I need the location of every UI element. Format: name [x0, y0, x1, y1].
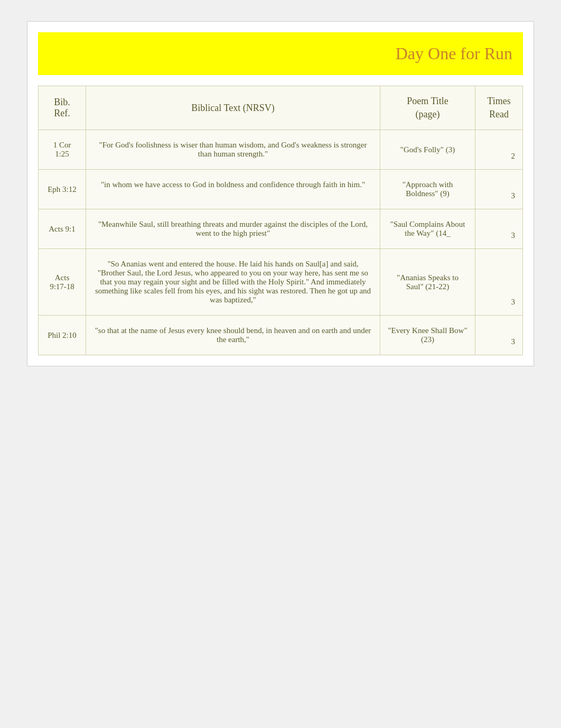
cell-biblical-text: "in whom we have access to God in boldne… — [86, 170, 380, 209]
table-header-row: Bib. Ref. Biblical Text (NRSV) Poem Titl… — [39, 86, 523, 130]
cell-biblical-text: "so that at the name of Jesus every knee… — [86, 316, 380, 355]
table-row: Eph 3:12"in whom we have access to God i… — [39, 170, 523, 209]
header-bar: Day One for Run — [38, 32, 523, 75]
col-header-bib: Bib. Ref. — [39, 86, 86, 130]
cell-bib-ref: 1 Cor 1:25 — [39, 130, 86, 170]
col-header-poem: Poem Title (page) — [380, 86, 475, 130]
cell-times-read: 3 — [475, 209, 523, 249]
cell-bib-ref: Acts 9:1 — [39, 209, 86, 249]
cell-poem-title: "Approach with Boldness" (9) — [380, 170, 475, 209]
cell-poem-title: "Saul Complains About the Way" (14_ — [380, 209, 475, 249]
cell-bib-ref: Phil 2:10 — [39, 316, 86, 355]
cell-times-read: 3 — [475, 170, 523, 209]
cell-poem-title: "Every Knee Shall Bow" (23) — [380, 316, 475, 355]
table-row: 1 Cor 1:25"For God's foolishness is wise… — [39, 130, 523, 170]
cell-times-read: 3 — [475, 316, 523, 355]
col-header-text: Biblical Text (NRSV) — [86, 86, 380, 130]
cell-poem-title: "Ananias Speaks to Saul" (21-22) — [380, 249, 475, 316]
cell-poem-title: "God's Folly" (3) — [380, 130, 475, 170]
page-container: Day One for Run Bib. Ref. Biblical Text … — [27, 21, 534, 366]
cell-bib-ref: Acts 9:17-18 — [39, 249, 86, 316]
cell-biblical-text: "For God's foolishness is wiser than hum… — [86, 130, 380, 170]
page-title: Day One for Run — [396, 44, 512, 63]
main-table: Bib. Ref. Biblical Text (NRSV) Poem Titl… — [38, 86, 523, 355]
table-row: Acts 9:1"Meanwhile Saul, still breathing… — [39, 209, 523, 249]
cell-times-read: 2 — [475, 130, 523, 170]
col-header-times: Times Read — [475, 86, 523, 130]
table-row: Acts 9:17-18"So Ananias went and entered… — [39, 249, 523, 316]
table-row: Phil 2:10"so that at the name of Jesus e… — [39, 316, 523, 355]
cell-times-read: 3 — [475, 249, 523, 316]
cell-bib-ref: Eph 3:12 — [39, 170, 86, 209]
cell-biblical-text: "Meanwhile Saul, still breathing threats… — [86, 209, 380, 249]
cell-biblical-text: "So Ananias went and entered the house. … — [86, 249, 380, 316]
